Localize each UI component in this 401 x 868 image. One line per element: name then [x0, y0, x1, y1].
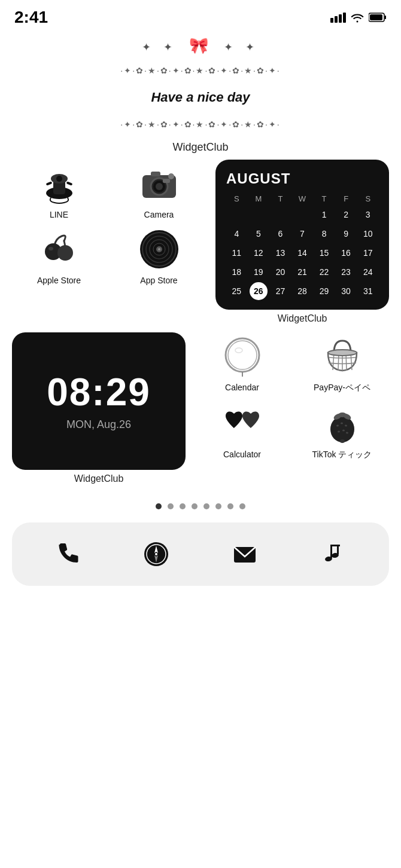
left-app-grid: LINE Camera	[12, 160, 206, 285]
cal-day-2: 2	[337, 206, 355, 224]
line-icon	[35, 160, 83, 207]
cal-day-26-today: 26	[250, 282, 268, 300]
line-label: LINE	[50, 210, 68, 219]
dot-5[interactable]	[203, 503, 209, 509]
svg-rect-9	[50, 194, 69, 198]
svg-point-30	[235, 348, 242, 353]
apple-store-label: Apple Store	[37, 276, 81, 285]
dot-4[interactable]	[192, 503, 198, 509]
bottom-app-row: 08:29 MON, Aug.26 WidgetClub	[0, 332, 401, 484]
calendar-widget-container: AUGUST S M T W T F S 1 2 3 4 5	[215, 160, 389, 324]
svg-point-26	[158, 248, 160, 250]
svg-rect-2	[370, 14, 382, 20]
cal-day-19: 19	[250, 263, 268, 281]
calendar-app-label: Calendar	[225, 383, 259, 392]
dot-7[interactable]	[227, 503, 233, 509]
app-calendar[interactable]: Calendar	[195, 332, 289, 393]
tiktok-label: TikTok ティック	[312, 450, 372, 460]
cal-day-5: 5	[250, 225, 268, 243]
cal-header-sat: S	[357, 193, 378, 204]
svg-point-28	[228, 341, 257, 369]
cal-day-9: 9	[337, 225, 355, 243]
cal-day-28: 28	[293, 282, 311, 300]
clock-date: MON, Aug.26	[66, 418, 131, 431]
cal-header-fri: F	[336, 193, 357, 204]
cal-day-27: 27	[271, 282, 289, 300]
cal-header-mon: M	[248, 193, 269, 204]
app-camera[interactable]: Camera	[112, 160, 206, 219]
cal-day-23: 23	[337, 263, 355, 281]
app-tiktok[interactable]: TikTok ティック	[295, 399, 389, 460]
cal-day-29: 29	[315, 282, 333, 300]
dock-phone[interactable]	[47, 533, 89, 575]
dot-6[interactable]	[215, 503, 221, 509]
cal-day-20: 20	[271, 263, 289, 281]
app-store[interactable]: App Store	[112, 225, 206, 285]
bow-icon: 🎀	[189, 36, 212, 54]
page-dots	[0, 493, 401, 522]
cal-day-14: 14	[293, 244, 311, 262]
cal-header-thu: T	[314, 193, 335, 204]
tiktok-icon	[318, 399, 366, 447]
calendar-widget[interactable]: AUGUST S M T W T F S 1 2 3 4 5	[215, 160, 389, 310]
cal-day-empty	[271, 206, 289, 224]
svg-point-39	[341, 423, 343, 424]
svg-point-42	[342, 430, 345, 432]
cal-day-24: 24	[359, 263, 377, 281]
svg-point-19	[48, 247, 53, 250]
svg-rect-14	[151, 172, 160, 176]
cal-day-25: 25	[227, 282, 245, 300]
floral-divider-top: ·✦·✿·★·✿·✦·✿·★·✿·✦·✿·★·✿·✦·	[0, 61, 401, 80]
cal-day-8: 8	[315, 225, 333, 243]
calendar-month: AUGUST	[226, 170, 378, 187]
svg-point-52	[155, 553, 157, 555]
sparkle-decoration: ✦ ✦ 🎀 ✦ ✦	[0, 30, 401, 57]
signal-icon	[330, 13, 346, 23]
clock-widget-container: 08:29 MON, Aug.26 WidgetClub	[12, 332, 186, 484]
dock-music[interactable]	[312, 533, 354, 575]
cal-header-wed: W	[292, 193, 313, 204]
app-apple-store[interactable]: Apple Store	[12, 225, 106, 285]
svg-rect-1	[385, 16, 387, 19]
app-calculator[interactable]: Calculator	[195, 399, 289, 460]
right-app-grid: Calendar	[195, 332, 389, 460]
cal-day-10: 10	[359, 225, 377, 243]
calendar-widget-label: WidgetClub	[278, 313, 327, 324]
cal-day-1: 1	[315, 206, 333, 224]
svg-rect-8	[66, 181, 72, 185]
top-app-row: LINE Camera	[0, 160, 401, 324]
svg-rect-56	[337, 545, 339, 554]
cal-day-30: 30	[337, 282, 355, 300]
dot-2[interactable]	[168, 503, 174, 509]
dock-safari[interactable]	[135, 533, 177, 575]
dock-mail[interactable]	[224, 533, 266, 575]
cal-day-7: 7	[293, 225, 311, 243]
app-paypay[interactable]: PayPay-ペイペ	[295, 332, 389, 393]
app-store-label: App Store	[140, 276, 177, 285]
app-line[interactable]: LINE	[12, 160, 106, 219]
dot-1[interactable]	[156, 503, 162, 509]
svg-point-37	[330, 416, 354, 442]
cal-day-empty	[227, 206, 245, 224]
paypay-label: PayPay-ペイペ	[314, 383, 370, 393]
cal-header-tue: T	[270, 193, 291, 204]
cal-header-sun: S	[226, 193, 247, 204]
svg-point-18	[57, 245, 73, 261]
cal-day-empty	[293, 206, 311, 224]
calculator-icon	[218, 399, 266, 447]
svg-point-16	[168, 173, 174, 179]
calendar-app-icon	[218, 332, 266, 380]
cal-day-31: 31	[359, 282, 377, 300]
cal-day-18: 18	[227, 263, 245, 281]
status-icons	[330, 13, 387, 23]
dot-3[interactable]	[180, 503, 186, 509]
cal-day-16: 16	[337, 244, 355, 262]
clock-time: 08:29	[47, 371, 151, 413]
clock-widget[interactable]: 08:29 MON, Aug.26	[12, 332, 186, 470]
wifi-icon	[351, 13, 364, 23]
greeting-text: Have a nice day	[0, 84, 401, 111]
floral-divider-bottom: ·✦·✿·★·✿·✦·✿·★·✿·✦·✿·★·✿·✦·	[0, 115, 401, 134]
dot-8[interactable]	[239, 503, 245, 509]
cal-day-4: 4	[227, 225, 245, 243]
svg-point-27	[226, 338, 259, 372]
